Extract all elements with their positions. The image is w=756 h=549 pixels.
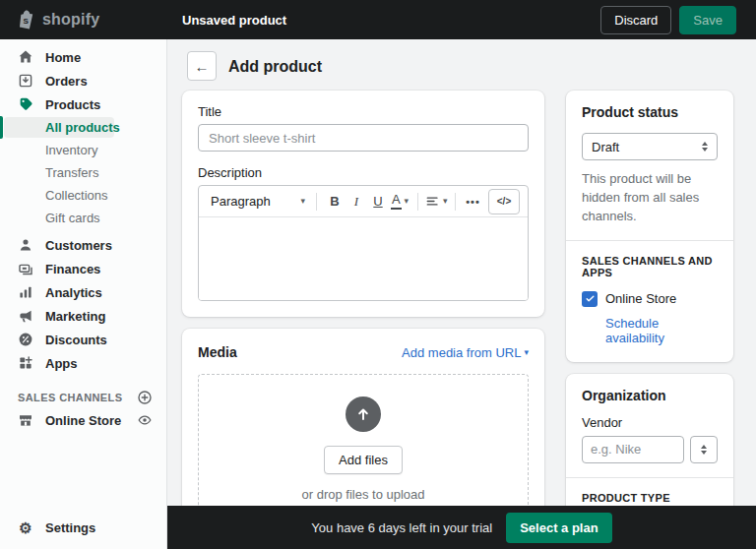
underline-button[interactable]: U (367, 190, 389, 214)
sidebar-item-label: Finances (45, 262, 100, 276)
shopify-bag-icon: S (18, 10, 35, 30)
sidebar-item-label: Analytics (45, 285, 102, 300)
card-divider (566, 240, 733, 241)
page-title: Add product (228, 58, 322, 76)
discard-button[interactable]: Discard (600, 6, 671, 34)
text-color-button[interactable]: A ▾ (389, 190, 410, 214)
sidebar-item-customers[interactable]: Customers (0, 233, 166, 257)
sidebar-item-gift-cards[interactable]: Gift cards (0, 207, 166, 229)
sidebar-item-all-products[interactable]: All products (0, 116, 166, 139)
sidebar-subitem-label: All products (45, 120, 120, 135)
logo-initial: S (23, 17, 29, 26)
media-dropzone[interactable]: Add files or drop files to upload (198, 374, 529, 506)
gear-icon: ⚙ (18, 519, 33, 535)
sidebar-item-inventory[interactable]: Inventory (0, 139, 166, 161)
add-media-from-url-link[interactable]: Add media from URL ▾ (402, 345, 529, 360)
products-tag-icon (18, 96, 33, 112)
product-status-value: Draft (592, 140, 619, 154)
stepper-icon (701, 445, 707, 455)
chevron-down-icon: ▾ (524, 348, 529, 357)
sidebar-item-products[interactable]: Products (0, 92, 166, 116)
rich-text-editor: Paragraph ▾ B I U A ▾ ▾ (198, 185, 529, 301)
save-button[interactable]: Save (679, 6, 736, 34)
product-status-select[interactable]: Draft (582, 133, 718, 160)
vendor-input[interactable] (582, 436, 684, 463)
analytics-bars-icon (18, 284, 33, 300)
more-options-icon[interactable]: ••• (463, 190, 484, 214)
sidebar-item-label: Settings (45, 520, 95, 535)
paragraph-style-value: Paragraph (211, 194, 271, 209)
sidebar-item-marketing[interactable]: Marketing (0, 304, 166, 328)
main-content: ← Add product Title Description Paragrap… (167, 39, 756, 506)
add-media-from-url-label: Add media from URL (402, 345, 521, 360)
paragraph-style-dropdown[interactable]: Paragraph ▾ (207, 194, 309, 209)
online-store-checkbox-row[interactable]: Online Store (582, 291, 718, 307)
status-helper-text: This product will be hidden from all sal… (582, 170, 718, 226)
right-column: Product status Draft This product will b… (566, 91, 733, 506)
sidebar-item-label: Online Store (45, 413, 121, 428)
sidebar-nav: Home Orders Products All products Invent… (0, 39, 167, 549)
sidebar-item-transfers[interactable]: Transfers (0, 161, 166, 184)
organization-card: Organization Vendor PRODUCT TYPE Standar… (566, 374, 733, 506)
add-sales-channel-button[interactable] (137, 390, 153, 405)
vendor-stepper-button[interactable] (690, 436, 718, 463)
product-status-title: Product status (582, 104, 718, 120)
topbar: S shopify Unsaved product Discard Save (0, 0, 756, 39)
sidebar-item-orders[interactable]: Orders (0, 69, 166, 92)
sidebar-item-discounts[interactable]: Discounts (0, 328, 166, 351)
chevron-down-icon: ▾ (405, 197, 410, 206)
sidebar-item-online-store[interactable]: Online Store (0, 408, 166, 432)
sidebar-subitem-label: Gift cards (45, 211, 100, 225)
online-store-checkbox-label: Online Store (605, 291, 676, 306)
toolbar-divider (417, 193, 418, 211)
sidebar-item-label: Customers (45, 238, 112, 253)
orders-icon (18, 73, 33, 89)
left-column: Title Description Paragraph ▾ B I U A ▾ (182, 91, 544, 506)
sidebar-item-apps[interactable]: Apps (0, 351, 166, 375)
drop-files-hint: or drop files to upload (301, 487, 424, 502)
add-files-button[interactable]: Add files (324, 446, 403, 474)
select-stepper-icon (702, 142, 708, 152)
sidebar-item-home[interactable]: Home (0, 45, 166, 69)
chevron-down-icon: ▾ (300, 197, 305, 206)
title-input[interactable] (198, 124, 529, 152)
storefront-icon (18, 412, 33, 428)
sidebar-item-collections[interactable]: Collections (0, 184, 166, 207)
sidebar-item-analytics[interactable]: Analytics (0, 280, 166, 304)
back-button[interactable]: ← (187, 51, 217, 81)
media-card: Media Add media from URL ▾ Add files or … (182, 329, 544, 506)
schedule-availability-link[interactable]: Schedule availability (605, 316, 718, 345)
description-editor-body[interactable] (199, 217, 528, 300)
show-html-button[interactable]: </> (488, 189, 520, 214)
upload-arrow-icon (346, 396, 381, 432)
italic-button[interactable]: I (346, 190, 367, 214)
back-arrow-icon: ← (195, 58, 210, 75)
toolbar-divider (316, 193, 317, 211)
preview-eye-icon[interactable] (137, 412, 153, 428)
marketing-megaphone-icon (18, 308, 33, 324)
sales-channels-header: SALES CHANNELS (18, 392, 122, 403)
alignment-button[interactable]: ▾ (425, 190, 448, 214)
trial-message: You have 6 days left in your trial (311, 520, 492, 535)
sidebar-item-label: Apps (45, 356, 78, 371)
select-plan-button[interactable]: Select a plan (506, 513, 611, 543)
sidebar-item-finances[interactable]: Finances (0, 257, 166, 280)
sidebar-subitem-label: Inventory (45, 143, 97, 157)
discounts-badge-icon (18, 332, 33, 347)
shopify-logo[interactable]: S shopify (18, 0, 99, 39)
toolbar-divider (455, 193, 456, 211)
trial-bar: You have 6 days left in your trial Selec… (167, 506, 756, 549)
media-card-header: Media Add media from URL ▾ (198, 344, 529, 360)
shopify-wordmark: shopify (42, 11, 99, 29)
description-label: Description (198, 165, 529, 180)
bold-button[interactable]: B (324, 190, 346, 214)
sales-channels-header-row: SALES CHANNELS (0, 387, 166, 408)
text-color-glyph: A (391, 193, 402, 209)
online-store-checkbox[interactable] (582, 291, 598, 307)
card-divider (566, 477, 733, 478)
sidebar-item-settings[interactable]: ⚙ Settings (0, 516, 166, 539)
sales-channels-apps-header: SALES CHANNELS AND APPS (582, 255, 718, 278)
editor-toolbar: Paragraph ▾ B I U A ▾ ▾ (199, 186, 528, 217)
home-icon (18, 49, 33, 65)
customers-icon (18, 237, 33, 253)
